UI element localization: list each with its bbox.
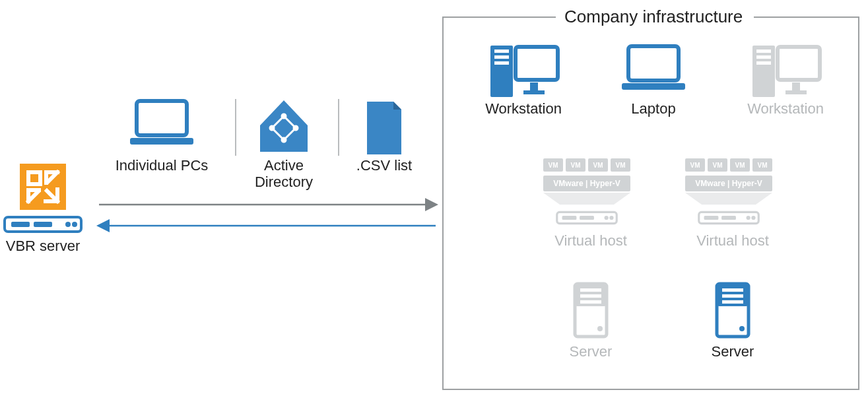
virtual-host-faded-icon [685,158,772,224]
active-directory-icon [260,100,308,152]
laptop-active-label: Laptop [614,100,693,117]
svg-point-28 [282,114,286,118]
vbr-server-label: VBR server [3,238,83,254]
diagram-canvas: VM VM VM VM VMware | Hyper-V [0,0,868,394]
server-active-icon [717,284,749,337]
active-directory-label: Active Directory [244,157,323,191]
server-faded-label: Server [551,343,630,360]
vbr-rack-icon [5,217,81,232]
csv-list-label: .CSV list [351,157,417,174]
individual-pcs-label: Individual PCs [109,157,215,174]
virtual-host-faded-icon [543,158,630,224]
vbr-server-icon [20,164,66,210]
laptop-active-icon [622,46,685,90]
workstation-active-icon [490,46,558,97]
virtual-host-faded-label: Virtual host [545,232,637,249]
svg-point-30 [282,138,286,142]
company-infrastructure-title: Company infrastructure [564,7,743,27]
workstation-faded-icon [752,46,820,97]
csv-file-icon [367,102,401,154]
server-faded-icon [575,284,607,337]
server-active-label: Server [693,343,772,360]
individual-pcs-icon [130,101,193,145]
virtual-host-faded-label: Virtual host [686,232,779,249]
svg-point-29 [294,126,298,130]
workstation-faded-label: Workstation [739,100,832,117]
workstation-active-label: Workstation [477,100,570,117]
svg-point-31 [270,126,274,130]
